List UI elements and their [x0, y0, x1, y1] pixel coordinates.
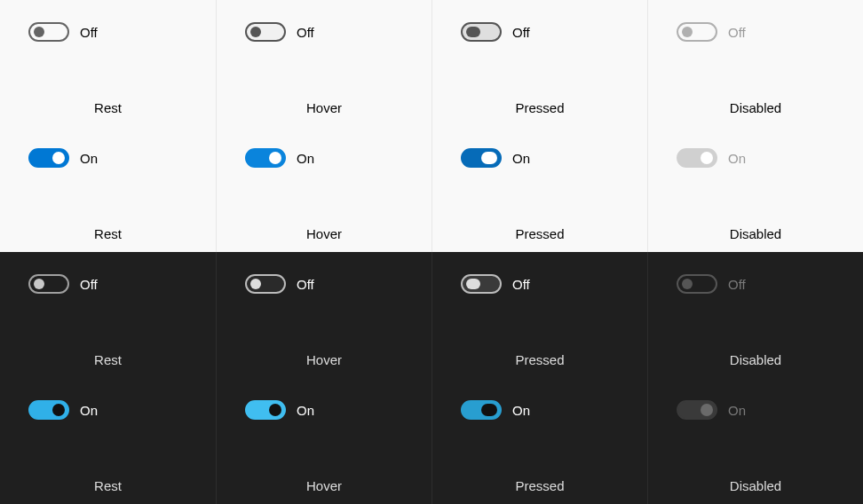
- toggle-label: Off: [512, 25, 530, 40]
- toggle-dark-off-hover[interactable]: Off: [217, 252, 432, 305]
- state-label-pressed: Pressed: [432, 226, 647, 241]
- toggle-label: Off: [728, 277, 746, 292]
- toggle-thumb: [481, 152, 497, 164]
- cell-light-on-pressed: On Pressed: [432, 126, 647, 252]
- toggle-label: On: [297, 151, 314, 166]
- toggle-track: [461, 22, 502, 42]
- state-label-pressed: Pressed: [432, 478, 647, 493]
- state-label-pressed: Pressed: [432, 100, 647, 115]
- toggle-light-off-pressed[interactable]: Off: [432, 0, 647, 53]
- cell-dark-off-disabled: Off Disabled: [647, 252, 863, 378]
- toggle-light-off-rest[interactable]: Off: [0, 0, 216, 53]
- state-label-hover: Hover: [217, 478, 432, 493]
- toggle-dark-on-disabled: On: [648, 378, 863, 431]
- cell-dark-on-disabled: On Disabled: [647, 378, 863, 504]
- toggle-light-off-disabled: Off: [648, 0, 863, 53]
- toggle-track: [461, 400, 502, 420]
- toggle-track: [677, 22, 717, 42]
- cell-light-on-disabled: On Disabled: [647, 126, 863, 252]
- state-label-rest: Rest: [0, 100, 216, 115]
- toggle-light-on-hover[interactable]: On: [217, 126, 432, 179]
- toggle-thumb: [682, 27, 693, 37]
- toggle-track: [677, 148, 717, 168]
- toggle-dark-on-pressed[interactable]: On: [432, 378, 647, 431]
- toggle-track: [28, 22, 69, 42]
- state-label-hover: Hover: [217, 352, 432, 367]
- toggle-track: [461, 148, 502, 168]
- toggle-label: On: [728, 151, 746, 166]
- state-label-hover: Hover: [217, 226, 432, 241]
- toggle-track: [28, 274, 69, 294]
- row-dark-on: On Rest On Hover On Pressed On Disabled: [0, 378, 863, 504]
- cell-dark-off-pressed: Off Pressed: [432, 252, 647, 378]
- state-label-disabled: Disabled: [648, 478, 863, 493]
- toggle-label: On: [728, 403, 746, 418]
- toggle-label: On: [80, 403, 98, 418]
- toggle-thumb: [34, 27, 44, 37]
- toggle-thumb: [269, 152, 281, 164]
- toggle-thumb: [269, 404, 281, 416]
- cell-light-off-rest: Off Rest: [0, 0, 216, 126]
- state-label-pressed: Pressed: [432, 352, 647, 367]
- state-label-hover: Hover: [217, 100, 432, 115]
- row-light-off: Off Rest Off Hover Off Pressed Off Disab…: [0, 0, 863, 126]
- toggle-track: [245, 400, 286, 420]
- cell-dark-on-hover: On Hover: [216, 378, 432, 504]
- cell-dark-off-rest: Off Rest: [0, 252, 216, 378]
- toggle-dark-off-disabled: Off: [648, 252, 863, 305]
- cell-dark-on-rest: On Rest: [0, 378, 216, 504]
- toggle-thumb: [701, 152, 713, 164]
- state-label-disabled: Disabled: [648, 226, 863, 241]
- toggle-dark-off-rest[interactable]: Off: [0, 252, 216, 305]
- toggle-thumb: [52, 152, 65, 164]
- state-label-rest: Rest: [0, 226, 216, 241]
- toggle-dark-on-rest[interactable]: On: [0, 378, 216, 431]
- toggle-track: [28, 148, 69, 168]
- cell-light-off-disabled: Off Disabled: [647, 0, 863, 126]
- toggle-thumb: [34, 279, 44, 289]
- state-label-rest: Rest: [0, 478, 216, 493]
- toggle-label: Off: [80, 25, 98, 40]
- toggle-thumb: [682, 279, 693, 289]
- state-label-disabled: Disabled: [648, 100, 863, 115]
- toggle-track: [245, 22, 286, 42]
- toggle-label: Off: [80, 277, 98, 292]
- toggle-label: On: [512, 151, 530, 166]
- toggle-label: On: [512, 403, 530, 418]
- row-light-on: On Rest On Hover On Pressed On Disabled: [0, 126, 863, 252]
- toggle-track: [28, 400, 69, 420]
- toggle-thumb: [466, 27, 480, 37]
- toggle-light-off-hover[interactable]: Off: [217, 0, 432, 53]
- cell-light-on-rest: On Rest: [0, 126, 216, 252]
- cell-light-on-hover: On Hover: [216, 126, 432, 252]
- cell-dark-off-hover: Off Hover: [216, 252, 432, 378]
- toggle-label: Off: [297, 277, 314, 292]
- toggle-light-on-pressed[interactable]: On: [432, 126, 647, 179]
- toggle-label: On: [297, 403, 314, 418]
- cell-dark-on-pressed: On Pressed: [432, 378, 647, 504]
- toggle-thumb: [52, 404, 65, 416]
- toggle-label: Off: [512, 277, 530, 292]
- toggle-label: On: [80, 151, 98, 166]
- toggle-thumb: [466, 279, 480, 289]
- toggle-track: [461, 274, 502, 294]
- toggle-thumb: [250, 27, 261, 37]
- row-dark-off: Off Rest Off Hover Off Pressed Off Disab…: [0, 252, 863, 378]
- state-label-rest: Rest: [0, 352, 216, 367]
- toggle-thumb: [250, 279, 261, 289]
- toggle-track: [245, 148, 286, 168]
- cell-light-off-hover: Off Hover: [216, 0, 432, 126]
- toggle-track: [677, 274, 717, 294]
- toggle-light-on-rest[interactable]: On: [0, 126, 216, 179]
- toggle-thumb: [701, 404, 713, 416]
- state-label-disabled: Disabled: [648, 352, 863, 367]
- cell-light-off-pressed: Off Pressed: [432, 0, 647, 126]
- toggle-track: [677, 400, 717, 420]
- toggle-dark-off-pressed[interactable]: Off: [432, 252, 647, 305]
- toggle-light-on-disabled: On: [648, 126, 863, 179]
- toggle-thumb: [481, 404, 497, 416]
- toggle-label: Off: [728, 25, 746, 40]
- toggle-dark-on-hover[interactable]: On: [217, 378, 432, 431]
- toggle-label: Off: [297, 25, 314, 40]
- toggle-track: [245, 274, 286, 294]
